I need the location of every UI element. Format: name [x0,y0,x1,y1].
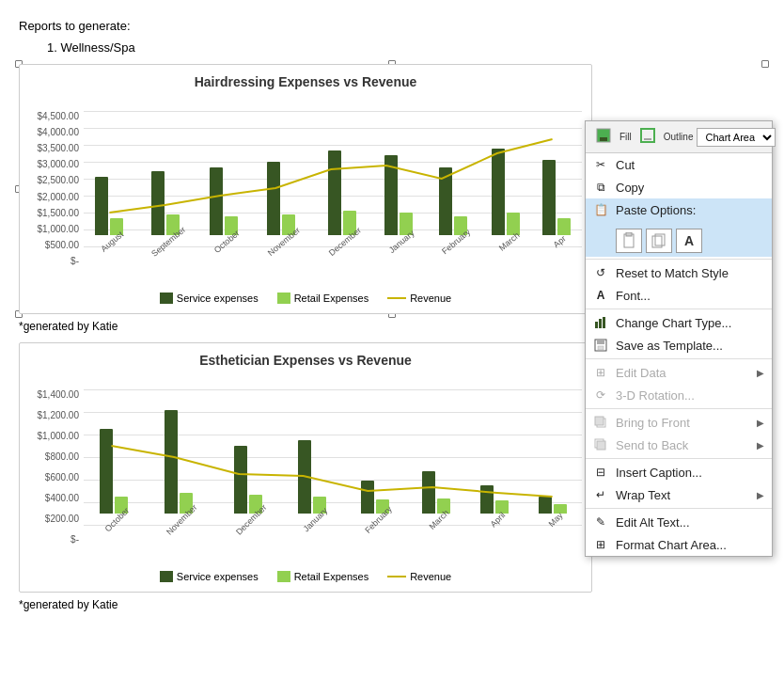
legend-retail-icon [277,571,290,582]
bar-group: April [480,485,509,526]
bring-to-front-menu-item[interactable]: Bring to Front ▶ [586,411,772,434]
save-template-menu-item[interactable]: Save as Template... [586,334,772,356]
svg-rect-12 [597,340,604,344]
chart2-legend: Service expenses Retail Expenses Revenue [29,571,582,582]
y2-label-6: $400.00 [45,493,79,503]
svg-rect-13 [598,346,604,350]
legend-service-icon [160,571,173,582]
chart2-y-axis: $1,400.00 $1,200.00 $1,000.00 $800.00 $6… [29,389,84,545]
cut-menu-item[interactable]: ✂ Cut [586,153,772,176]
change-chart-icon [593,315,608,330]
bar-group: February [436,167,470,247]
bar-pair [267,162,295,235]
legend-revenue-icon [387,297,406,299]
y1-label-9: $500.00 [45,240,79,250]
bar-service [95,177,108,235]
fill-button[interactable] [591,125,616,149]
edit-alt-menu-item[interactable]: ✎ Edit Alt Text... [586,511,772,533]
bar-service [151,171,165,235]
wrap-text-icon: ↵ [593,487,608,502]
bar-service [100,429,113,514]
y1-label-8: $1,000.00 [38,224,80,234]
menu-separator [586,508,772,509]
rotation-icon: ⟳ [593,388,608,403]
bar-group: January [384,155,414,247]
chart-area-select[interactable]: Chart Area [697,128,776,147]
font-menu-item[interactable]: A Font... [586,284,772,307]
chart2[interactable]: Esthetician Expenses vs Revenue $1,400.0… [19,342,592,593]
generated-by-2: *generated by Katie [19,598,765,611]
send-to-back-icon [593,437,608,452]
copy-menu-item[interactable]: ⧉ Copy [586,176,772,198]
send-to-back-label: Send to Back [616,438,749,452]
wellness-item: 1. Wellness/Spa [47,40,765,55]
bar-service [480,485,494,514]
bar-service [422,471,435,514]
copy-label: Copy [616,181,764,195]
bar-pair [480,485,509,514]
chart1-area: $4,500.00 $4,000.00 $3,500.00 $3,000.00 … [29,97,582,266]
rotation-menu-item[interactable]: ⟳ 3-D Rotation... [586,384,772,406]
bar-service [210,167,223,235]
bar-pair [542,160,571,235]
save-template-icon [593,338,608,353]
rotation-label: 3-D Rotation... [616,388,764,403]
insert-caption-icon: ⊟ [593,465,608,480]
save-template-label: Save as Template... [616,339,764,353]
bring-to-front-label: Bring to Front [616,416,749,430]
bar-group: March [422,471,450,526]
font-icon: A [593,288,608,303]
svg-rect-2 [641,129,654,142]
legend-retail-label: Retail Expenses [294,293,369,304]
bar-group: March [492,149,520,247]
send-to-back-menu-item[interactable]: Send to Back ▶ [586,434,772,456]
bar-pair [234,446,262,514]
bar-pair [539,497,567,514]
legend-revenue: Revenue [387,293,451,304]
bar-pair [95,177,123,235]
reset-menu-item[interactable]: ↺ Reset to Match Style [586,261,772,284]
svg-rect-15 [595,417,604,425]
legend-retail: Retail Expenses [277,571,369,582]
edit-data-menu-item[interactable]: ⊞ Edit Data ▶ [586,361,772,384]
paste-icon-btn-2[interactable] [646,229,672,253]
format-chart-menu-item[interactable]: ⊞ Format Chart Area... [586,533,772,556]
bar-group: August [95,177,123,247]
bar-group: November [159,410,198,526]
y1-label-7: $1,500.00 [38,208,80,218]
change-chart-menu-item[interactable]: Change Chart Type... [586,311,772,334]
edit-data-icon: ⊞ [593,365,608,380]
bar-pair [298,440,326,514]
y2-label-8: $- [71,534,79,545]
fill-label: Fill [619,132,632,142]
y2-label-2: $1,200.00 [38,410,80,420]
cut-icon: ✂ [593,157,608,172]
legend-revenue-label: Revenue [410,571,451,582]
format-chart-label: Format Chart Area... [616,538,764,552]
bar-pair [210,167,238,235]
edit-alt-label: Edit Alt Text... [616,515,764,530]
legend-service-label: Service expenses [177,571,259,582]
paste-options-label: Paste Options: [616,203,764,217]
bar-pair [100,429,128,514]
reset-icon: ↺ [593,265,608,280]
paste-options-menu-item[interactable]: 📋 Paste Options: A [586,198,772,257]
chart1-legend: Service expenses Retail Expenses Revenue [29,293,582,304]
handle-tr[interactable] [761,60,769,68]
y1-label-3: $3,500.00 [38,143,80,153]
paste-icon-btn-1[interactable] [616,229,642,253]
bar-service [328,150,341,235]
paste-icon-btn-3[interactable]: A [676,229,702,253]
outline-button[interactable] [635,125,660,149]
insert-caption-menu-item[interactable]: ⊟ Insert Caption... [586,461,772,483]
copy-icon: ⧉ [593,180,608,195]
svg-rect-9 [599,319,602,328]
reports-label: Reports to generate: [19,19,765,33]
wrap-text-menu-item[interactable]: ↵ Wrap Text ▶ [586,483,772,506]
y2-label-1: $1,400.00 [38,389,80,400]
context-menu: Fill Outline Chart Area ✂ Cut ⧉ Copy 📋 P… [585,120,773,557]
format-chart-icon: ⊞ [593,537,608,552]
bring-to-front-arrow: ▶ [757,418,764,428]
chart1-bars: August September October November Decemb… [84,111,582,247]
chart1[interactable]: Hairdressing Expenses vs Revenue $4,500.… [19,64,592,314]
